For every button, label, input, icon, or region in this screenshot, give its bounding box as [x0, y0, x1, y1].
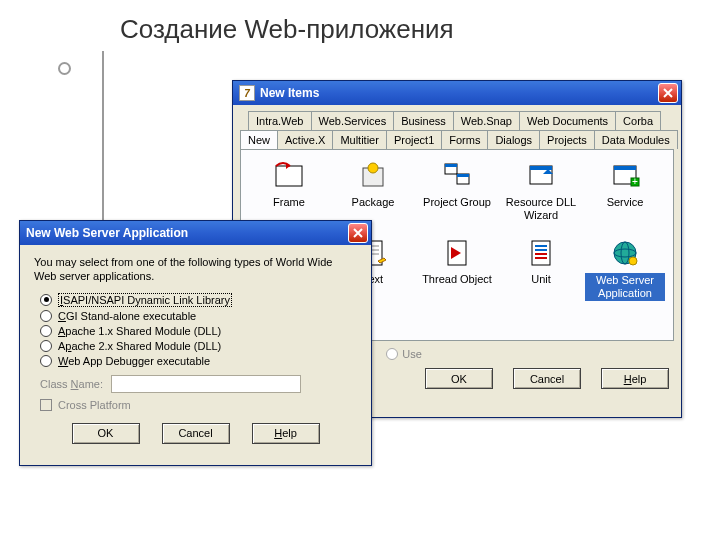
close-button[interactable]	[658, 83, 678, 103]
item-package[interactable]: Package	[331, 160, 415, 221]
tabs-row-2: NewActive.XMultitierProject1FormsDialogs…	[240, 130, 674, 149]
tab-new[interactable]: New	[240, 130, 278, 149]
radio-use-label: Use	[402, 348, 422, 360]
svg-rect-9	[530, 166, 552, 170]
thread-object-icon	[441, 237, 473, 269]
resource-dll-wizard-icon	[525, 160, 557, 192]
cross-platform-row: Cross Platform	[40, 399, 357, 411]
ok-button[interactable]: OK	[72, 423, 140, 444]
tab-active-x[interactable]: Active.X	[277, 130, 333, 149]
item-label: Resource DLL Wizard	[501, 196, 581, 221]
project-group-icon	[441, 160, 473, 192]
cancel-button[interactable]: Cancel	[513, 368, 581, 389]
slide-title: Создание Web-приложения	[120, 14, 454, 45]
svg-point-3	[368, 163, 378, 173]
svg-point-32	[629, 257, 637, 265]
titlebar-new-items[interactable]: 7 New Items	[233, 81, 681, 105]
tab-corba[interactable]: Corba	[615, 111, 661, 130]
cancel-button-label: Cancel	[178, 427, 212, 439]
help-button-label: Help	[274, 427, 297, 439]
cross-platform-checkbox	[40, 399, 52, 411]
close-icon	[663, 88, 673, 98]
tab-data-modules[interactable]: Data Modules	[594, 130, 678, 149]
radio-indicator	[40, 340, 52, 352]
radio-indicator	[40, 325, 52, 337]
item-label: Unit	[531, 273, 551, 286]
item-frame[interactable]: Frame	[247, 160, 331, 221]
item-label: Web Server Application	[585, 273, 665, 300]
cancel-button-label: Cancel	[530, 373, 564, 385]
tab-web-services[interactable]: Web.Services	[311, 111, 395, 130]
wizard-title: New Web Server Application	[26, 226, 348, 240]
item-resource-dll-wizard[interactable]: Resource DLL Wizard	[499, 160, 583, 221]
ok-button-label: OK	[451, 373, 467, 385]
radio-label: Apache 1.x Shared Module (DLL)	[58, 325, 221, 337]
help-button-label: Help	[624, 373, 647, 385]
radio-label: Apache 2.x Shared Module (DLL)	[58, 340, 221, 352]
cross-platform-label: Cross Platform	[58, 399, 131, 411]
radio-list: ISAPI/NSAPI Dynamic Link LibraryCGI Stan…	[40, 293, 357, 367]
svg-rect-12	[614, 166, 636, 170]
tab-business[interactable]: Business	[393, 111, 454, 130]
close-icon	[353, 228, 363, 238]
class-name-label: Class Name:	[40, 378, 103, 390]
unit-icon	[525, 237, 557, 269]
svg-rect-7	[457, 174, 469, 177]
radio-label: Web App Debugger executable	[58, 355, 210, 367]
item-label: Project Group	[423, 196, 491, 209]
tab-dialogs[interactable]: Dialogs	[487, 130, 540, 149]
radio-debugger[interactable]: Web App Debugger executable	[40, 355, 357, 367]
service-icon: +	[609, 160, 641, 192]
class-name-input	[111, 375, 301, 393]
close-button[interactable]	[348, 223, 368, 243]
package-icon	[357, 160, 389, 192]
window-title: New Items	[260, 86, 658, 100]
radio-indicator	[40, 294, 52, 306]
delphi-7-icon: 7	[239, 85, 255, 101]
tab-web-documents[interactable]: Web Documents	[519, 111, 616, 130]
ok-button[interactable]: OK	[425, 368, 493, 389]
item-project-group[interactable]: Project Group	[415, 160, 499, 221]
cancel-button[interactable]: Cancel	[162, 423, 230, 444]
item-label: Frame	[273, 196, 305, 209]
tab-multitier[interactable]: Multitier	[332, 130, 387, 149]
radio-indicator	[40, 310, 52, 322]
item-thread-object[interactable]: Thread Object	[415, 237, 499, 300]
wizard-body: You may select from one of the following…	[20, 245, 371, 462]
radio-apache2[interactable]: Apache 2.x Shared Module (DLL)	[40, 340, 357, 352]
svg-rect-5	[445, 164, 457, 167]
ok-button-label: OK	[98, 427, 114, 439]
item-unit[interactable]: Unit	[499, 237, 583, 300]
tab-intra-web[interactable]: Intra.Web	[248, 111, 312, 130]
svg-text:+: +	[632, 176, 638, 187]
item-label: Service	[607, 196, 644, 209]
tab-forms[interactable]: Forms	[441, 130, 488, 149]
radio-label: CGI Stand-alone executable	[58, 310, 196, 322]
radio-indicator	[40, 355, 52, 367]
item-label: Package	[352, 196, 395, 209]
wizard-intro: You may select from one of the following…	[34, 255, 357, 284]
window-wizard: New Web Server Application You may selec…	[19, 220, 372, 466]
radio-use: Use	[386, 348, 422, 360]
svg-rect-0	[276, 166, 302, 186]
web-server-application-icon	[609, 237, 641, 269]
help-button[interactable]: Help	[252, 423, 320, 444]
item-service[interactable]: +Service	[583, 160, 667, 221]
wizard-button-row: OK Cancel Help	[34, 417, 357, 454]
radio-cgi[interactable]: CGI Stand-alone executable	[40, 310, 357, 322]
titlebar-wizard[interactable]: New Web Server Application	[20, 221, 371, 245]
tab-project1[interactable]: Project1	[386, 130, 442, 149]
class-name-row: Class Name:	[40, 375, 357, 393]
radio-apache1[interactable]: Apache 1.x Shared Module (DLL)	[40, 325, 357, 337]
tabs-row-1: Intra.WebWeb.ServicesBusinessWeb.SnapWeb…	[240, 111, 674, 130]
radio-label: ISAPI/NSAPI Dynamic Link Library	[58, 293, 232, 307]
tab-projects[interactable]: Projects	[539, 130, 595, 149]
item-label: Thread Object	[422, 273, 492, 286]
item-web-server-application[interactable]: Web Server Application	[583, 237, 667, 300]
help-button[interactable]: Help	[601, 368, 669, 389]
tab-web-snap[interactable]: Web.Snap	[453, 111, 520, 130]
slide-bullet	[58, 62, 71, 75]
radio-isapi[interactable]: ISAPI/NSAPI Dynamic Link Library	[40, 293, 357, 307]
frame-icon	[273, 160, 305, 192]
